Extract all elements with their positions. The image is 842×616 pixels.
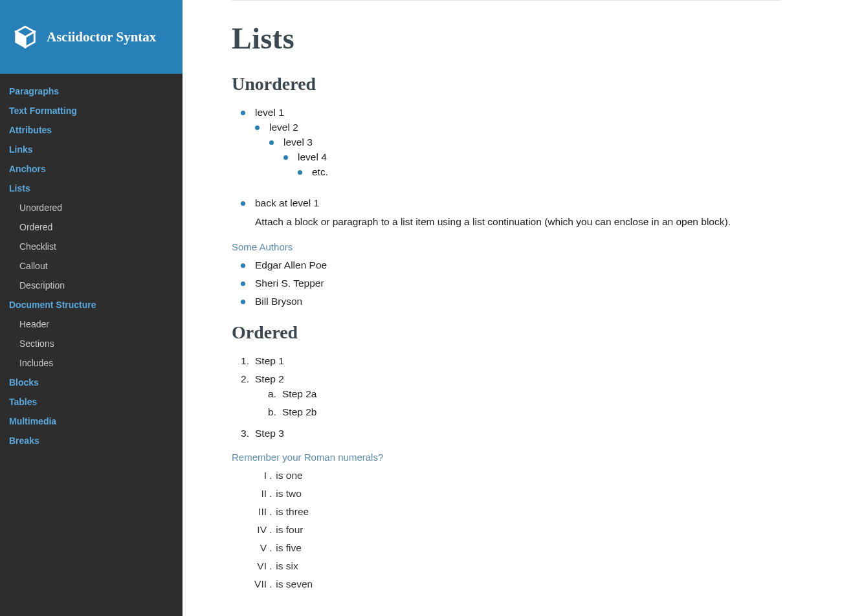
nav-anchors[interactable]: Anchors [0,159,183,179]
nav-lists-callout[interactable]: Callout [0,256,183,276]
list-item: level 3 level 4 etc. [274,133,781,188]
list-item: IV.is four [246,521,781,539]
list-item: etc. [303,163,781,181]
nav-lists[interactable]: Lists [0,179,183,198]
list-item: level 2 level 3 level 4 etc. [260,118,781,191]
list-item-label: etc. [312,166,328,177]
ordered-list: Step 1 Step 2 Step 2a Step 2b Step 3 [246,352,781,443]
heading-ordered: Ordered [232,322,781,343]
list-item-label: Step 2 [255,373,284,384]
list-item-label: level 1 [255,107,284,118]
nav-multimedia[interactable]: Multimedia [0,412,183,431]
list-item: Step 1 [246,352,781,370]
roman-numeral: II [246,488,269,500]
cube-icon [13,25,38,49]
page-title: Lists [232,21,781,56]
list-item: Step 2 Step 2a Step 2b [246,370,781,424]
main-content: Lists Unordered level 1 level 2 level 3 … [183,0,830,616]
list-continuation-text: Attach a block or paragraph to a list it… [255,214,781,229]
nav-document-structure[interactable]: Document Structure [0,295,183,314]
nav-blocks[interactable]: Blocks [0,373,183,392]
roman-numeral: VII [246,578,269,590]
list-item-label: is seven [276,578,313,590]
list-item: II.is two [246,485,781,503]
list-item: level 4 etc. [289,148,781,184]
list-item: VII.is seven [246,575,781,593]
nav-lists-checklist[interactable]: Checklist [0,237,183,256]
nav-text-formatting[interactable]: Text Formatting [0,101,183,120]
unordered-list: level 1 level 2 level 3 level 4 etc. bac… [246,104,781,232]
list-item-label: is one [276,470,302,481]
roman-numeral: III [246,506,269,518]
list-item-label: is five [276,542,302,554]
sidebar-header: Asciidoctor Syntax [0,0,183,74]
ordered-sublist: Step 2a Step 2b [273,385,781,421]
list-item: I.is one [246,467,781,485]
authors-list: Edgar Allen Poe Sheri S. Tepper Bill Bry… [246,256,781,311]
list-item: level 1 level 2 level 3 level 4 etc. [246,104,781,194]
list-item: Sheri S. Tepper [246,274,781,292]
roman-numeral: V [246,542,269,554]
app-title: Asciidoctor Syntax [47,29,156,45]
nav-lists-description[interactable]: Description [0,276,183,295]
list-item-label: level 3 [283,137,313,148]
list-item: VI.is six [246,557,781,575]
list-item-label: level 4 [298,151,327,162]
nav-doc-sections[interactable]: Sections [0,334,183,353]
list-item: Edgar Allen Poe [246,256,781,274]
list-item: III.is three [246,503,781,521]
list-item: back at level 1 Attach a block or paragr… [246,194,781,232]
list-item-label: is four [276,524,303,536]
roman-numeral: IV [246,524,269,536]
nav-lists-unordered[interactable]: Unordered [0,198,183,217]
heading-unordered: Unordered [232,74,781,94]
list-item-label: is six [276,560,298,572]
nav-breaks[interactable]: Breaks [0,431,183,450]
list-item-label: back at level 1 [255,197,319,208]
list-item-label: is two [276,488,302,500]
nav-links[interactable]: Links [0,140,183,159]
nav-attributes[interactable]: Attributes [0,120,183,140]
list-item: V.is five [246,539,781,557]
sidebar: Asciidoctor Syntax Paragraphs Text Forma… [0,0,183,616]
nav-lists-ordered[interactable]: Ordered [0,217,183,237]
list-item-label: is three [276,506,309,518]
roman-list: I.is one II.is two III.is three IV.is fo… [246,467,781,593]
authors-subtitle: Some Authors [232,241,781,252]
nav-paragraphs[interactable]: Paragraphs [0,82,183,101]
list-item: Step 2a [273,385,781,403]
list-item: Step 2b [273,403,781,421]
roman-subtitle: Remember your Roman numerals? [232,452,781,463]
roman-numeral: I [246,470,269,481]
roman-numeral: VI [246,560,269,572]
nav-doc-header[interactable]: Header [0,314,183,334]
list-item-label: Step 3 [255,428,284,439]
list-item-label: level 2 [269,122,298,133]
nav-tables[interactable]: Tables [0,392,183,412]
list-item-label: Step 1 [255,355,284,366]
list-item: Step 3 [246,424,781,443]
list-item: Bill Bryson [246,292,781,311]
nav-doc-includes[interactable]: Includes [0,353,183,373]
sidebar-nav: Paragraphs Text Formatting Attributes Li… [0,74,183,450]
divider [232,0,781,1]
